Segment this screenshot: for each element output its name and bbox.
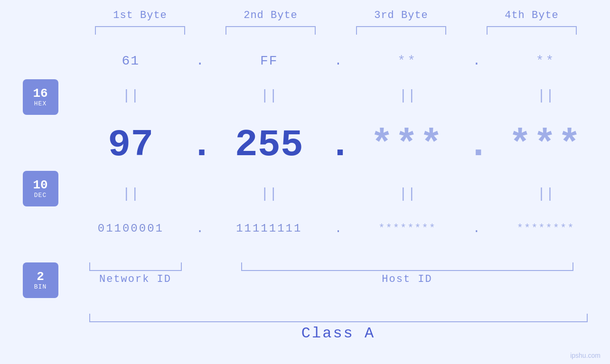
hex-b4: ** (496, 54, 596, 68)
watermark: ipshu.com (570, 352, 601, 359)
eq2-b1: || (81, 186, 180, 202)
byte-headers: 1st Byte 2nd Byte 3rd Byte 4th Byte (75, 9, 597, 21)
bin-b3: ******** (357, 223, 457, 234)
eq1-b4: || (496, 88, 596, 104)
bin-b2: 11111111 (219, 222, 319, 235)
hex-badge-label: HEX (34, 100, 47, 107)
host-id-section: Host ID (214, 262, 601, 285)
dec-b4: *** (496, 123, 596, 167)
hex-row: 61 . FF . ** . ** (76, 54, 601, 68)
main-grid: 16 HEX 10 DEC 2 BIN 61 . FF . ** . ** (0, 42, 610, 364)
network-id-label: Network ID (99, 273, 171, 285)
host-id-label: Host ID (382, 273, 432, 285)
dec-dot3: . (467, 123, 486, 167)
bin-badge-label: BIN (34, 283, 47, 290)
main-container: 1st Byte 2nd Byte 3rd Byte 4th Byte 16 H… (0, 0, 610, 364)
eq2-b2: || (219, 186, 319, 202)
dec-b1: 97 (81, 123, 180, 167)
dec-b2: 255 (219, 123, 319, 167)
hex-b1: 61 (81, 54, 180, 68)
bracket-top-3 (356, 26, 446, 35)
host-bracket (241, 262, 573, 271)
bin-badge-number: 2 (37, 270, 44, 284)
bracket-top-1 (95, 26, 185, 35)
bottom-bracket-area: Network ID Host ID (76, 260, 601, 285)
eq1-b1: || (81, 88, 180, 104)
byte3-header: 3rd Byte (349, 9, 453, 21)
network-bracket (89, 262, 182, 271)
dec-b3: *** (357, 123, 457, 167)
hex-badge: 16 HEX (23, 79, 58, 115)
bracket-top-4 (487, 26, 577, 35)
byte1-header: 1st Byte (88, 9, 192, 21)
eq1-b2: || (219, 88, 319, 104)
bracket-top-2 (225, 26, 316, 35)
bin-row: 01100001 . 11111111 . ******** . *******… (76, 222, 601, 236)
equals-row-2: || || || || (76, 186, 601, 202)
hex-badge-number: 16 (33, 87, 47, 101)
dec-badge-label: DEC (34, 192, 47, 199)
byte2-header: 2nd Byte (218, 9, 323, 21)
bin-dot1: . (190, 222, 209, 236)
hex-b2: FF (219, 54, 319, 68)
values-area: 61 . FF . ** . ** || || || || 97 (71, 42, 610, 364)
eq2-b3: || (357, 186, 457, 202)
eq2-b4: || (496, 186, 596, 202)
hex-dot3: . (467, 54, 486, 68)
dec-dot1: . (190, 123, 209, 167)
class-bracket (89, 314, 588, 322)
bin-badge: 2 BIN (23, 262, 58, 298)
class-section: Class A (76, 314, 601, 342)
hex-dot1: . (190, 54, 209, 68)
network-id-section: Network ID (76, 262, 195, 285)
byte4-header: 4th Byte (479, 9, 584, 21)
bin-b1: 01100001 (81, 222, 180, 235)
equals-row-1: || || || || (76, 88, 601, 104)
dec-badge: 10 DEC (23, 171, 58, 206)
bin-b4: ******** (496, 223, 596, 234)
hex-b3: ** (357, 54, 457, 68)
top-brackets (75, 26, 597, 35)
badges-column: 16 HEX 10 DEC 2 BIN (0, 42, 71, 364)
class-label: Class A (301, 325, 375, 342)
hex-dot2: . (328, 54, 347, 68)
bin-dot2: . (328, 222, 347, 236)
dec-row: 97 . 255 . *** . *** (76, 123, 601, 167)
dec-dot2: . (328, 123, 347, 167)
eq1-b3: || (357, 88, 457, 104)
dec-badge-number: 10 (33, 178, 47, 192)
bin-dot3: . (467, 222, 486, 236)
